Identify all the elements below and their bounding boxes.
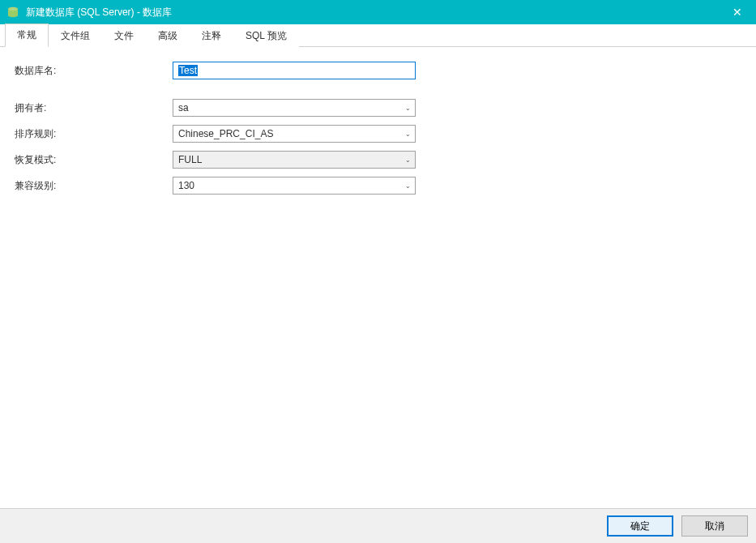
chevron-down-icon: ⌄ <box>400 130 415 138</box>
tab-label: 高级 <box>158 30 177 41</box>
row-owner: 拥有者: sa ⌄ <box>15 99 741 117</box>
tab-label: 文件 <box>114 30 134 41</box>
close-button[interactable]: ✕ <box>719 0 756 24</box>
window-title: 新建数据库 (SQL Server) - 数据库 <box>26 6 719 19</box>
svg-point-1 <box>8 7 18 11</box>
tab-general[interactable]: 常规 <box>5 24 49 47</box>
label-database-name: 数据库名: <box>15 64 173 78</box>
ok-label: 确定 <box>630 520 650 532</box>
row-collation: 排序规则: Chinese_PRC_CI_AS ⌄ <box>15 125 741 143</box>
tab-label: SQL 预览 <box>246 30 287 41</box>
recovery-model-value: FULL <box>173 154 400 165</box>
tab-comment[interactable]: 注释 <box>190 24 233 47</box>
tab-label: 注释 <box>202 30 221 41</box>
row-recovery-model: 恢复模式: FULL ⌄ <box>15 151 741 169</box>
recovery-model-combobox[interactable]: FULL ⌄ <box>173 151 416 169</box>
owner-combobox[interactable]: sa ⌄ <box>173 99 416 117</box>
tab-sql-preview[interactable]: SQL 预览 <box>233 24 299 47</box>
chevron-down-icon: ⌄ <box>400 156 415 164</box>
chevron-down-icon: ⌄ <box>400 182 415 190</box>
tab-bar: 常规 文件组 文件 高级 注释 SQL 预览 <box>0 24 756 47</box>
titlebar: 新建数据库 (SQL Server) - 数据库 ✕ <box>0 0 756 24</box>
chevron-down-icon: ⌄ <box>400 105 415 112</box>
tab-label: 常规 <box>17 29 36 41</box>
dialog-footer: 确定 取消 <box>0 509 756 543</box>
tab-filegroups[interactable]: 文件组 <box>49 24 102 47</box>
form-content: 数据库名: Test 拥有者: sa ⌄ 排序规则: Chinese_PRC_C… <box>0 47 756 509</box>
owner-value: sa <box>173 102 400 113</box>
label-collation: 排序规则: <box>15 127 173 141</box>
compatibility-value: 130 <box>173 180 400 191</box>
ok-button[interactable]: 确定 <box>607 515 673 537</box>
label-compatibility: 兼容级别: <box>15 179 173 193</box>
tab-label: 文件组 <box>61 30 90 41</box>
app-icon <box>6 6 19 19</box>
compatibility-combobox[interactable]: 130 ⌄ <box>173 177 416 195</box>
row-compatibility: 兼容级别: 130 ⌄ <box>15 177 741 195</box>
label-owner: 拥有者: <box>15 101 173 115</box>
tab-advanced[interactable]: 高级 <box>146 24 190 47</box>
collation-value: Chinese_PRC_CI_AS <box>173 128 400 139</box>
close-icon: ✕ <box>733 6 742 19</box>
row-database-name: 数据库名: Test <box>15 62 741 79</box>
database-name-input[interactable]: Test <box>173 62 416 79</box>
label-recovery-model: 恢复模式: <box>15 153 173 167</box>
cancel-label: 取消 <box>705 520 724 532</box>
cancel-button[interactable]: 取消 <box>681 515 748 537</box>
collation-combobox[interactable]: Chinese_PRC_CI_AS ⌄ <box>173 125 416 143</box>
database-name-value: Test <box>178 65 198 76</box>
dialog-window: 新建数据库 (SQL Server) - 数据库 ✕ 常规 文件组 文件 高级 … <box>0 0 756 543</box>
tab-files[interactable]: 文件 <box>102 24 146 47</box>
